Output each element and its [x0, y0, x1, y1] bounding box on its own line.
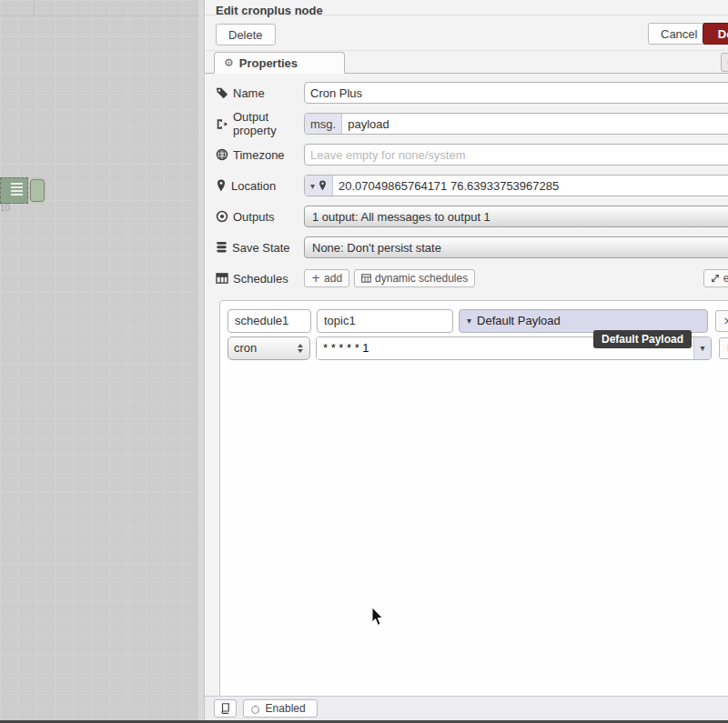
- tab-bar: ⚙ Properties ⚙: [205, 51, 728, 74]
- output-property-input[interactable]: [342, 114, 728, 134]
- payload-type-select[interactable]: ▾ Default Payload: [459, 309, 708, 333]
- row-schedules: Schedules + add dynamic schedules: [216, 267, 728, 289]
- enabled-label: Enabled: [266, 702, 306, 715]
- save-state-select[interactable]: None: Don't persist state: [304, 236, 728, 258]
- outputs-label: Outputs: [216, 210, 304, 224]
- schedule-name-input[interactable]: [228, 309, 311, 333]
- workspace-divider-vertical: [34, 0, 35, 15]
- tab-properties-label: Properties: [239, 56, 298, 70]
- timezone-input[interactable]: [304, 144, 728, 166]
- row-save-state: Save State None: Don't persist state: [216, 236, 728, 258]
- table-icon: [361, 274, 371, 283]
- edit-tray: Edit cronplus node Delete Cancel Done ⚙ …: [204, 0, 728, 720]
- dot-circle-icon: [216, 210, 228, 223]
- save-state-label: Save State: [216, 241, 304, 255]
- chevron-down-icon: ▾: [310, 181, 315, 191]
- schedules-label: Schedules: [216, 272, 304, 286]
- globe-icon: [216, 148, 228, 161]
- close-icon: ×: [723, 314, 728, 327]
- map-marker-icon: [216, 179, 227, 192]
- payload-tooltip: Default Payload: [593, 330, 692, 348]
- row-outputs: Outputs 1 output: All messages to output…: [216, 206, 728, 227]
- done-button[interactable]: Done: [703, 23, 728, 45]
- screen: 10 Edit cronplus node Delete Cancel Done…: [0, 0, 728, 723]
- location-type-button[interactable]: ▾: [305, 176, 333, 196]
- map-marker-icon: [318, 180, 327, 191]
- database-icon: [216, 241, 228, 254]
- circle-icon: ○: [251, 703, 260, 715]
- tab-properties[interactable]: ⚙ Properties: [214, 52, 345, 74]
- tag-icon: [216, 86, 228, 99]
- location-typedinput: ▾: [304, 175, 728, 196]
- location-label: Location: [216, 179, 304, 193]
- book-icon: [220, 703, 230, 714]
- dynamic-schedules-button[interactable]: dynamic schedules: [354, 269, 475, 287]
- expand-schedules-button[interactable]: expand: [703, 269, 728, 287]
- delete-button[interactable]: Delete: [216, 24, 276, 45]
- node-settings-button[interactable]: ⚙: [721, 53, 728, 72]
- tray-tab-actions: ⚙: [721, 53, 728, 72]
- schedules-container: ▾ Default Payload × cron: [219, 300, 728, 705]
- name-label: Name: [216, 86, 304, 100]
- timezone-label: Timezone: [216, 148, 304, 162]
- cronplus-node-body: [0, 177, 28, 204]
- location-input[interactable]: [333, 176, 728, 196]
- expand-icon: [711, 274, 720, 283]
- schedule-row-top: ▾ Default Payload ×: [228, 308, 728, 333]
- sign-out-icon: [216, 118, 228, 130]
- tray-header: Edit cronplus node: [205, 0, 728, 15]
- node-enabled-toggle[interactable]: ○ Enabled: [243, 699, 318, 718]
- add-schedule-button[interactable]: + add: [304, 269, 349, 287]
- row-timezone: Timezone: [216, 144, 728, 166]
- tray-footer: ○ Enabled: [205, 696, 728, 720]
- schedule-type-select[interactable]: cron: [228, 336, 310, 360]
- chevron-down-icon: ▾: [467, 316, 471, 326]
- tray-toolbar: Delete Cancel Done: [205, 15, 728, 51]
- row-output-property: Output property msg.: [216, 113, 728, 135]
- updown-spinner-icon: [297, 343, 304, 354]
- outputs-select[interactable]: 1 output: All messages to output 1: [304, 206, 728, 227]
- gear-icon: ⚙: [224, 56, 234, 69]
- properties-form: Name Output property msg.: [205, 74, 728, 705]
- list-icon: [11, 183, 23, 197]
- remove-schedule-button[interactable]: ×: [715, 310, 728, 332]
- name-input[interactable]: [304, 82, 728, 104]
- payload-type-value: Default Payload: [477, 314, 561, 327]
- msg-type-button[interactable]: msg.: [305, 114, 342, 134]
- table-icon: [216, 273, 228, 284]
- workspace-divider-horizontal: [0, 15, 204, 16]
- row-name: Name: [216, 82, 728, 104]
- output-property-typedinput: msg.: [304, 113, 728, 135]
- plus-icon: +: [311, 272, 320, 285]
- cancel-button[interactable]: Cancel: [648, 23, 710, 45]
- schedule-menu-button[interactable]: ≡: [719, 337, 728, 359]
- mouse-cursor: [371, 608, 385, 627]
- node-help-button[interactable]: [214, 699, 237, 718]
- flow-workspace: 10: [0, 0, 204, 723]
- output-property-label: Output property: [216, 110, 304, 137]
- schedule-type-value: cron: [234, 341, 257, 355]
- chevron-down-icon: ▾: [700, 343, 704, 353]
- expression-options-button[interactable]: ▾: [693, 337, 711, 359]
- node-status-text: 10: [0, 203, 10, 213]
- row-location: Location ▾: [216, 175, 728, 196]
- node-button: [30, 179, 45, 202]
- schedule-topic-input[interactable]: [317, 309, 453, 333]
